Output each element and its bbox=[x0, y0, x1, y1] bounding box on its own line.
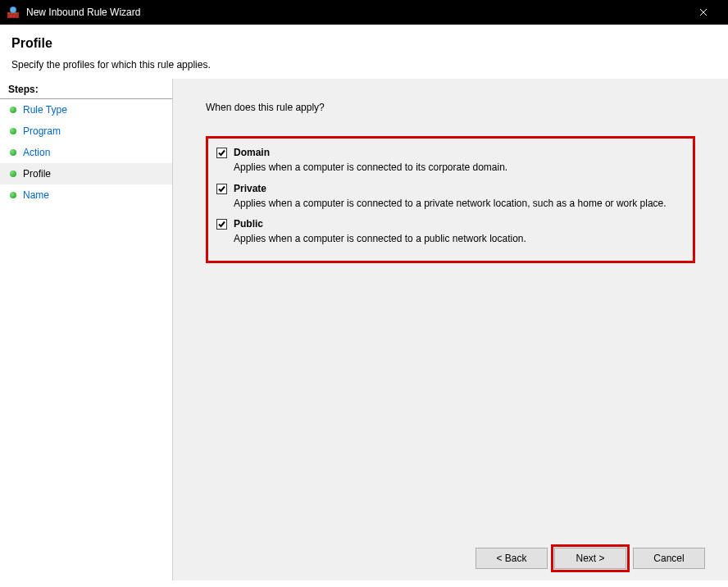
step-action[interactable]: Action bbox=[0, 142, 172, 163]
step-label: Profile bbox=[23, 168, 51, 180]
step-label: Rule Type bbox=[23, 104, 67, 116]
next-button[interactable]: Next > bbox=[554, 548, 626, 569]
public-checkbox[interactable] bbox=[216, 219, 227, 230]
svg-rect-5 bbox=[12, 15, 16, 17]
private-title: Private bbox=[234, 183, 678, 194]
window-title: New Inbound Rule Wizard bbox=[26, 7, 685, 18]
step-label: Action bbox=[23, 147, 50, 158]
profile-public-row: Public Applies when a computer is connec… bbox=[216, 218, 678, 246]
domain-checkbox[interactable] bbox=[216, 148, 227, 158]
profile-domain-row: Domain Applies when a computer is connec… bbox=[216, 147, 678, 175]
close-button[interactable] bbox=[685, 0, 721, 25]
firewall-icon bbox=[7, 6, 20, 19]
step-profile[interactable]: Profile bbox=[0, 163, 172, 184]
public-title: Public bbox=[234, 218, 678, 230]
steps-sidebar: Steps: Rule Type Program Action Profile … bbox=[0, 79, 172, 580]
profile-private-row: Private Applies when a computer is conne… bbox=[216, 183, 678, 211]
step-name[interactable]: Name bbox=[0, 184, 172, 206]
svg-rect-4 bbox=[9, 15, 12, 17]
steps-header: Steps: bbox=[0, 79, 172, 99]
content-question: When does this rule apply? bbox=[206, 102, 695, 113]
step-label: Program bbox=[23, 125, 61, 137]
step-label: Name bbox=[23, 189, 49, 201]
page-subtitle: Specify the profiles for which this rule… bbox=[11, 59, 717, 71]
step-rule-type[interactable]: Rule Type bbox=[0, 99, 172, 121]
domain-title: Domain bbox=[234, 147, 678, 158]
profiles-highlight-box: Domain Applies when a computer is connec… bbox=[206, 136, 695, 263]
titlebar: New Inbound Rule Wizard bbox=[0, 0, 728, 25]
step-program[interactable]: Program bbox=[0, 121, 172, 142]
public-desc: Applies when a computer is connected to … bbox=[234, 233, 678, 246]
svg-rect-1 bbox=[7, 12, 11, 15]
private-desc: Applies when a computer is connected to … bbox=[234, 198, 678, 211]
bullet-icon bbox=[10, 149, 16, 156]
bullet-icon bbox=[10, 128, 16, 134]
wizard-header: Profile Specify the profiles for which t… bbox=[0, 25, 728, 79]
domain-desc: Applies when a computer is connected to … bbox=[234, 162, 678, 175]
page-title: Profile bbox=[11, 36, 717, 51]
wizard-buttons: < Back Next > Cancel bbox=[475, 548, 705, 569]
bullet-icon bbox=[10, 171, 16, 177]
private-checkbox[interactable] bbox=[216, 184, 227, 194]
wizard-content: When does this rule apply? Domain Applie… bbox=[172, 79, 728, 580]
back-button[interactable]: < Back bbox=[475, 548, 548, 569]
cancel-button[interactable]: Cancel bbox=[633, 548, 705, 569]
svg-point-7 bbox=[11, 7, 16, 12]
bullet-icon bbox=[10, 192, 16, 198]
bullet-icon bbox=[10, 107, 16, 113]
